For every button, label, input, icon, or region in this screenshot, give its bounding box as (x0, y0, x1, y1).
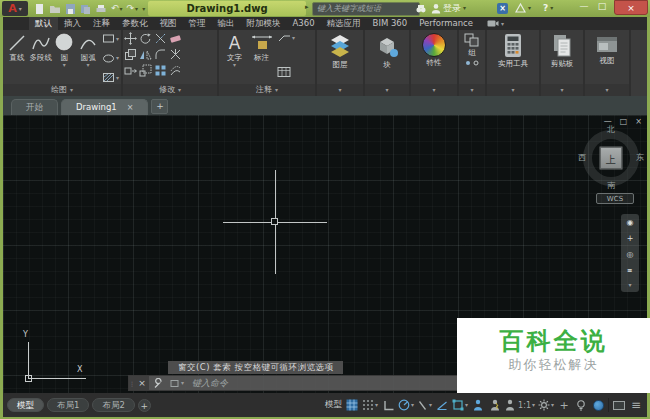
ribbon-tab-featured-apps[interactable]: 精选应用 (321, 17, 367, 30)
ribbon-tab-view[interactable]: 视图 (154, 17, 183, 30)
isolate-objects-button[interactable] (574, 397, 588, 413)
text-tool[interactable]: A 文字 ▾ (221, 32, 248, 68)
undo-button[interactable]: ↶ ▾ (111, 4, 123, 13)
ribbon-tab-a360[interactable]: A360 (287, 17, 321, 30)
new-file-button[interactable] (34, 3, 45, 15)
ribbon-display-options-button[interactable]: ▾ (487, 17, 504, 30)
wcs-button[interactable]: WCS (596, 193, 634, 204)
annotation-monitor-button[interactable]: + (557, 397, 571, 413)
properties-panel-label[interactable]: ▾ (411, 84, 457, 96)
workspace-switching-button[interactable]: ▾ (538, 397, 554, 413)
arc-tool[interactable]: 圆弧 ▾ (76, 32, 100, 68)
title-expand-icon[interactable]: ▸ (305, 3, 309, 11)
ribbon-tab-manage[interactable]: 管理 (183, 17, 212, 30)
orbit-icon[interactable]: ≡ (628, 266, 633, 275)
polyline-tool[interactable]: 多段线 (29, 32, 53, 62)
viewcube-west[interactable]: 西 (578, 154, 586, 162)
graphics-performance-button[interactable] (591, 397, 605, 413)
utilities-panel-label[interactable]: ▾ (487, 84, 539, 96)
view-panel-label[interactable]: ▾ (585, 84, 629, 96)
signin-button[interactable]: 登录 ▾ (431, 2, 466, 14)
model-space-indicator[interactable]: 模型 (325, 399, 342, 411)
layout2-tab[interactable]: 布局2 (92, 398, 134, 413)
annotation-panel-label[interactable]: 注释▾ (219, 84, 315, 96)
model-tab[interactable]: 模型 (7, 398, 44, 413)
block-panel-label[interactable]: ▾ (365, 84, 409, 96)
file-tab-start[interactable]: 开始 (11, 99, 58, 115)
customization-button[interactable]: ≡ (629, 397, 643, 413)
circle-tool[interactable]: 圆 ▾ (53, 32, 77, 68)
grid-display-toggle[interactable] (345, 397, 359, 413)
ribbon-tab-output[interactable]: 输出 (212, 17, 241, 30)
viewcube-top-face[interactable]: 上 (600, 147, 623, 170)
saveas-button[interactable] (80, 3, 91, 15)
command-close-button[interactable]: × (135, 376, 149, 390)
zoom-icon[interactable]: ◎ (627, 250, 634, 259)
layers-panel-label[interactable]: ▾ (317, 84, 363, 96)
search-input[interactable]: 键入关键字或短语 (312, 2, 420, 16)
snap-mode-toggle[interactable]: ▾ (362, 397, 378, 413)
full-navigation-wheel-icon[interactable]: ◉ (627, 218, 634, 227)
ribbon-tab-insert[interactable]: 插入 (58, 17, 87, 30)
navigation-bar[interactable]: ◉ + ◎ ≡ ▾ (621, 214, 639, 292)
table-tool[interactable] (277, 66, 295, 78)
close-tab-icon[interactable]: × (127, 100, 134, 115)
polar-tracking-toggle[interactable]: ▾ (398, 397, 414, 413)
close-button[interactable]: × (614, 0, 648, 15)
clipboard-panel-label[interactable]: ▾ (541, 84, 583, 96)
command-customize-button[interactable] (153, 378, 164, 389)
ellipse-tool[interactable]: ▾ (102, 52, 119, 65)
modify-panel-label[interactable]: 修改▾ (123, 84, 217, 96)
annotation-visibility-toggle[interactable] (471, 397, 485, 413)
minimize-button[interactable]: — (576, 1, 592, 11)
block-button[interactable]: 块 (365, 30, 409, 84)
groups-panel-label[interactable]: ▾ (459, 84, 485, 96)
object-snap-toggle[interactable]: ▾ (452, 397, 468, 413)
doc-restore-icon[interactable]: □ (620, 117, 628, 126)
viewcube-north[interactable]: 北 (607, 126, 615, 134)
stretch-tool[interactable] (124, 62, 137, 81)
properties-button[interactable]: 特性 (411, 30, 457, 84)
qat-customize-button[interactable]: ▾ (142, 6, 145, 12)
auto-scale-toggle[interactable] (488, 397, 502, 413)
object-snap-tracking-toggle[interactable] (435, 397, 449, 413)
hatch-tool[interactable]: ▾ (102, 71, 119, 84)
view-button[interactable]: 视图 (585, 30, 629, 84)
command-line-bar[interactable]: ⋮ × ▾ 键入命令 (128, 375, 458, 391)
pan-icon[interactable]: + (627, 234, 634, 243)
viewcube[interactable]: 北 南 西 东 上 (581, 128, 641, 188)
offset-tool[interactable] (169, 62, 182, 81)
draw-panel-label[interactable]: 绘图▾ (3, 84, 121, 96)
array-tool[interactable] (154, 62, 167, 81)
new-drawing-tab-button[interactable]: + (151, 99, 168, 114)
clean-screen-button[interactable] (612, 397, 626, 413)
ribbon-tab-home[interactable]: 默认 (29, 17, 58, 30)
search-button[interactable] (415, 2, 427, 14)
chevron-down-icon[interactable]: ▾ (628, 282, 631, 288)
dimension-tool[interactable]: 标注 (248, 32, 275, 62)
isometric-drafting-toggle[interactable]: ▾ (417, 397, 432, 413)
maximize-button[interactable]: □ (594, 1, 610, 11)
ortho-mode-toggle[interactable] (381, 397, 395, 413)
exchange-apps-button[interactable]: × (497, 2, 508, 14)
command-input[interactable]: 键入命令 (192, 377, 228, 390)
utilities-button[interactable]: 实用工具 (487, 30, 539, 84)
ribbon-tab-parametric[interactable]: 参数化 (116, 17, 154, 30)
clipboard-button[interactable]: 剪贴板 (541, 30, 583, 84)
doc-close-icon[interactable]: × (635, 117, 642, 126)
ribbon-tab-addins[interactable]: 附加模块 (241, 17, 287, 30)
open-file-button[interactable] (49, 3, 61, 15)
rectangle-tool[interactable]: ▾ (102, 32, 119, 45)
file-tab-drawing1[interactable]: Drawing1 × (61, 99, 148, 115)
ribbon-tab-performance[interactable]: Performance (413, 17, 479, 30)
line-tool[interactable]: 直线 (5, 32, 29, 62)
viewcube-east[interactable]: 东 (636, 154, 644, 162)
ribbon-tab-annotate[interactable]: 注释 (87, 17, 116, 30)
a360-connect-button[interactable]: ▾ (515, 2, 531, 14)
application-menu-button[interactable]: A ▾ (2, 1, 28, 16)
leader-tool[interactable]: ▾ (277, 32, 295, 43)
annotation-scale-button[interactable]: 1:1 ▾ (505, 397, 535, 413)
ribbon-tab-bim360[interactable]: BIM 360 (367, 17, 414, 30)
new-layout-button[interactable]: + (138, 399, 151, 412)
scale-tool[interactable] (139, 62, 152, 81)
